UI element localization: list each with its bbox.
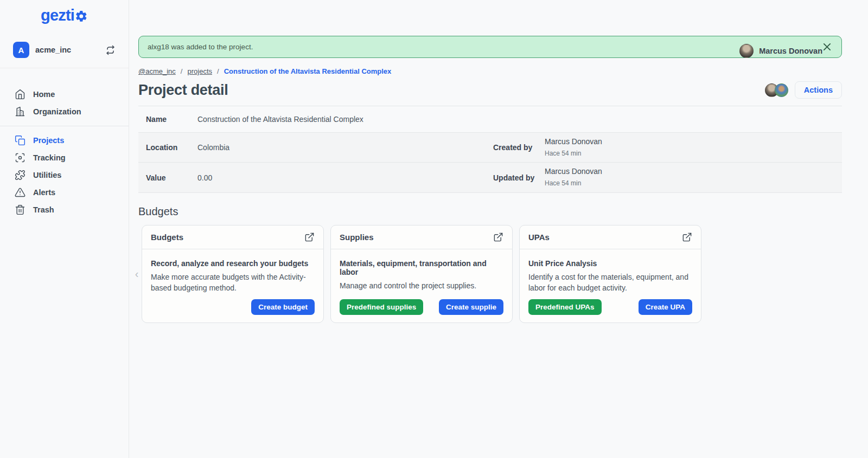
sidebar-item-trash[interactable]: Trash (0, 201, 129, 218)
switch-org-icon[interactable] (105, 45, 116, 55)
user-avatar (739, 44, 754, 58)
title-row: Project detail Actions (138, 81, 842, 99)
sidebar: gezti A acme_inc Home Organization Proje… (0, 0, 129, 458)
sidebar-item-projects[interactable]: Projects (0, 132, 129, 149)
supplies-card-description: Manage and control the project supplies. (340, 280, 503, 291)
create-budget-button[interactable]: Create budget (251, 299, 315, 315)
breadcrumb-org-link[interactable]: @acme_inc (138, 67, 176, 75)
member-avatar (775, 83, 788, 97)
sidebar-item-home[interactable]: Home (0, 86, 129, 103)
breadcrumb: @acme_inc / projects / Construction of t… (138, 67, 842, 75)
sidebar-item-label: Tracking (33, 153, 66, 162)
upas-card: UPAs Unit Price Analysis Identify a cost… (519, 225, 701, 323)
title-actions: Actions (765, 81, 842, 99)
sidebar-item-label: Home (33, 90, 55, 99)
sidebar-nav: Home Organization Projects Tracking Util… (0, 86, 129, 218)
sidebar-divider (0, 126, 129, 126)
budgets-section-heading: Budgets (138, 205, 842, 218)
trash-icon (15, 204, 25, 215)
supplies-card-header: Supplies (331, 225, 512, 249)
value-value: 0.00 (197, 173, 493, 182)
updated-by-time: Hace 54 min (545, 179, 581, 187)
alert-message: alxg18 was added to the project. (148, 43, 253, 51)
building-icon (15, 106, 25, 117)
page-title: Project detail (138, 82, 228, 99)
alert-triangle-icon (15, 187, 25, 198)
breadcrumb-current: Construction of the Altavista Residentia… (224, 67, 392, 75)
breadcrumb-separator: / (217, 67, 219, 75)
upas-card-description: Identify a cost for the materials, equip… (528, 272, 692, 294)
org-switcher[interactable]: A acme_inc (0, 42, 129, 68)
predefined-upas-button[interactable]: Predefined UPAs (528, 299, 602, 315)
chevron-left-icon[interactable]: ‹ (132, 268, 142, 280)
sidebar-item-tracking[interactable]: Tracking (0, 149, 129, 166)
logo-gear-icon (75, 10, 88, 23)
user-name: Marcus Donovan (759, 47, 822, 55)
created-by-value: Marcus Donovan Hace 54 min (545, 133, 842, 162)
home-icon (15, 89, 25, 100)
budgets-card-footer: Create budget (151, 294, 315, 315)
location-label: Location (146, 143, 197, 152)
table-row: Name Construction of the Altavista Resid… (138, 106, 842, 133)
budgets-cards-row: ‹ Budgets Record, analyze and research y… (138, 225, 842, 323)
upas-card-header: UPAs (520, 225, 701, 249)
external-link-icon[interactable] (682, 232, 692, 242)
alert-banner: alxg18 was added to the project. (138, 36, 842, 58)
upas-card-body: Unit Price Analysis Identify a cost for … (520, 249, 701, 322)
budgets-card-subtitle: Record, analyze and research your budget… (151, 259, 315, 268)
sidebar-item-label: Organization (33, 107, 81, 116)
member-avatars[interactable] (765, 83, 788, 97)
name-label: Name (146, 115, 197, 124)
budgets-card: Budgets Record, analyze and research you… (142, 225, 324, 323)
create-upa-button[interactable]: Create UPA (639, 299, 692, 315)
tracking-scan-icon (15, 152, 25, 163)
sidebar-item-alerts[interactable]: Alerts (0, 184, 129, 201)
budgets-card-header: Budgets (142, 225, 323, 249)
supplies-card-body: Materials, equipment, transportation and… (331, 249, 512, 322)
app-logo[interactable]: gezti (0, 7, 129, 24)
logo-text: gezti (41, 7, 74, 24)
create-supplie-button[interactable]: Create supplie (439, 299, 503, 315)
projects-icon (15, 135, 25, 146)
actions-button[interactable]: Actions (795, 81, 842, 99)
org-avatar: A (13, 42, 29, 58)
breadcrumb-separator: / (181, 67, 183, 75)
budgets-card-body: Record, analyze and research your budget… (142, 249, 323, 322)
user-menu[interactable]: Marcus Donovan (739, 44, 822, 58)
external-link-icon[interactable] (304, 232, 315, 242)
supplies-card-subtitle: Materials, equipment, transportation and… (340, 259, 503, 276)
breadcrumb-projects-link[interactable]: projects (187, 67, 212, 75)
budgets-card-description: Make more accurate budgets with the Acti… (151, 272, 315, 294)
upas-card-footer: Predefined UPAs Create UPA (528, 294, 692, 315)
project-details-table: Name Construction of the Altavista Resid… (138, 106, 842, 193)
sidebar-item-label: Alerts (33, 188, 55, 197)
supplies-card-footer: Predefined supplies Create supplie (340, 294, 503, 315)
value-label: Value (146, 173, 197, 182)
created-by-label: Created by (493, 143, 545, 152)
sidebar-item-organization[interactable]: Organization (0, 103, 129, 120)
updated-by-value: Marcus Donovan Hace 54 min (545, 163, 842, 192)
alert-close-button[interactable] (821, 41, 833, 53)
name-value: Construction of the Altavista Residentia… (197, 115, 493, 124)
upas-card-subtitle: Unit Price Analysis (528, 259, 692, 268)
main-content: Marcus Donovan alxg18 was added to the p… (129, 36, 868, 458)
created-by-name: Marcus Donovan (545, 137, 842, 147)
sidebar-item-label: Utilities (33, 171, 61, 179)
close-icon (823, 43, 831, 51)
table-row: Location Colombia Created by Marcus Dono… (138, 133, 842, 163)
upas-card-title: UPAs (528, 233, 550, 242)
updated-by-name: Marcus Donovan (545, 166, 842, 177)
supplies-card: Supplies Materials, equipment, transport… (330, 225, 513, 323)
updated-by-label: Updated by (493, 173, 545, 182)
puzzle-icon (15, 170, 25, 180)
budgets-card-title: Budgets (151, 233, 183, 242)
sidebar-item-label: Projects (33, 136, 64, 145)
supplies-card-title: Supplies (340, 233, 374, 242)
external-link-icon[interactable] (493, 232, 503, 242)
sidebar-item-utilities[interactable]: Utilities (0, 166, 129, 184)
sidebar-item-label: Trash (33, 205, 54, 214)
location-value: Colombia (197, 143, 493, 152)
org-name: acme_inc (35, 46, 71, 54)
predefined-supplies-button[interactable]: Predefined supplies (340, 299, 423, 315)
created-by-time: Hace 54 min (545, 150, 581, 157)
